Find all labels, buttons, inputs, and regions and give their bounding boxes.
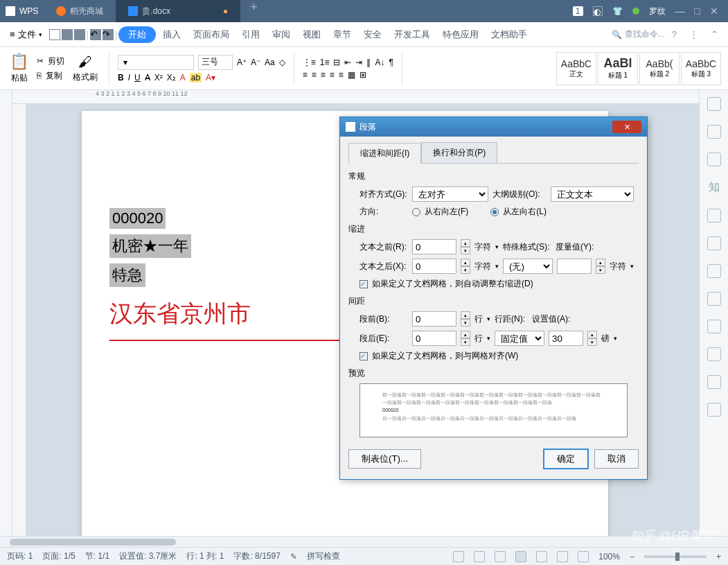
tab-devtools[interactable]: 开发工具	[389, 26, 436, 44]
panel-star-icon[interactable]	[707, 236, 721, 250]
horizontal-scrollbar[interactable]	[0, 536, 728, 547]
redo-icon[interactable]: ↷	[103, 29, 114, 40]
doc-line3[interactable]: 特急	[109, 263, 145, 287]
bold-button[interactable]: B	[118, 73, 124, 82]
style-gallery[interactable]: AaBbC正文 AaBl标题 1 AaBb(标题 2 AaBbC标题 3	[556, 52, 721, 85]
font-size-combo[interactable]: 三号	[198, 55, 233, 70]
menu-button[interactable]: ≡文件▾	[4, 26, 48, 44]
rtl-radio[interactable]	[412, 208, 420, 216]
collapse-ribbon-icon[interactable]: ⌃	[705, 29, 724, 40]
align-justify-icon[interactable]: ≡	[330, 70, 335, 80]
panel-share-icon[interactable]	[707, 264, 721, 278]
change-case-icon[interactable]: Aa	[265, 58, 275, 67]
panel-clipboard-icon[interactable]	[707, 292, 721, 306]
style-normal[interactable]: AaBbC正文	[556, 52, 596, 85]
theme-icon[interactable]: ◐	[593, 6, 603, 16]
highlight-button[interactable]: ab	[190, 73, 202, 82]
shading-icon[interactable]: ▦	[348, 70, 355, 80]
before-text-input[interactable]	[412, 239, 456, 254]
status-setvalue[interactable]: 设置值: 3.7厘米	[119, 550, 177, 562]
status-rowcol[interactable]: 行: 1 列: 1	[186, 550, 224, 562]
cancel-button[interactable]: 取消	[594, 449, 639, 469]
dialog-close-button[interactable]: ✕	[612, 121, 641, 133]
setvalue-input[interactable]	[549, 331, 583, 346]
panel-pencil-icon[interactable]	[707, 125, 721, 139]
ok-button[interactable]: 确定	[543, 449, 589, 469]
panel-history-icon[interactable]	[707, 375, 721, 389]
doc-line2[interactable]: 机密★一年	[109, 234, 191, 258]
superscript-button[interactable]: X²	[154, 73, 163, 82]
preview-icon[interactable]	[74, 29, 85, 40]
view-print-icon[interactable]	[474, 551, 485, 562]
cut-icon[interactable]: ✂	[37, 56, 44, 66]
clear-format-icon[interactable]: ◇	[279, 58, 285, 67]
panel-more-icon[interactable]	[707, 403, 721, 417]
style-h2[interactable]: AaBb(标题 2	[639, 52, 680, 85]
panel-select-icon[interactable]	[707, 97, 721, 111]
tab-special[interactable]: 特色应用	[437, 26, 484, 44]
tab-view[interactable]: 视图	[297, 26, 326, 44]
style-h3[interactable]: AaBbC标题 3	[681, 52, 721, 85]
font-color2-button[interactable]: A▾	[206, 73, 215, 82]
bullets-icon[interactable]: ⋮≡	[303, 58, 316, 67]
grid-indent-checkbox[interactable]	[359, 280, 368, 288]
tabstops-button[interactable]: 制表位(T)...	[348, 449, 421, 469]
borders-icon[interactable]: ⊞	[359, 70, 366, 80]
paste-icon[interactable]: 📋	[10, 53, 28, 71]
multilevel-icon[interactable]: ⊟	[333, 58, 340, 67]
view-layout-icon[interactable]	[578, 551, 589, 562]
doc-line1[interactable]: 000020	[109, 208, 166, 229]
help-icon[interactable]: ?	[666, 29, 682, 40]
tab-references[interactable]: 引用	[236, 26, 265, 44]
subscript-button[interactable]: X₂	[167, 73, 176, 82]
ltr-radio[interactable]	[490, 208, 499, 216]
underline-button[interactable]: U	[134, 73, 141, 82]
panel-cursor-icon[interactable]	[707, 153, 721, 166]
view-outline-icon[interactable]	[495, 551, 506, 562]
panel-cloud-icon[interactable]	[707, 347, 721, 361]
font-family-combo[interactable]: ▾	[118, 55, 194, 70]
skin-icon[interactable]: 👕	[612, 6, 623, 16]
spin-up[interactable]: ▴	[461, 239, 470, 247]
distribute-icon[interactable]: ≡	[339, 70, 344, 80]
zoom-in-button[interactable]: +	[716, 552, 721, 562]
user-name[interactable]: 罗纹	[649, 6, 666, 17]
align-left-icon[interactable]: ≡	[303, 70, 308, 80]
indent-right-icon[interactable]: ⇥	[355, 58, 362, 67]
after-para-input[interactable]	[412, 331, 456, 346]
tab-dochelper[interactable]: 文档助手	[486, 26, 533, 44]
print-icon[interactable]	[62, 29, 73, 40]
close-button[interactable]: ✕	[710, 6, 718, 17]
align-right-icon[interactable]: ≡	[321, 70, 326, 80]
panel-hash-icon[interactable]	[707, 320, 721, 333]
view-draft-icon[interactable]	[557, 551, 568, 562]
maximize-button[interactable]: □	[695, 6, 700, 17]
tab-security[interactable]: 安全	[358, 26, 387, 44]
font-color-button[interactable]: A	[180, 73, 186, 82]
linespace-icon[interactable]: ‖	[366, 58, 371, 67]
view-web-icon[interactable]	[536, 551, 547, 562]
minimize-button[interactable]: —	[675, 6, 685, 17]
align-select[interactable]: 左对齐	[412, 186, 488, 202]
save-icon[interactable]	[49, 29, 60, 40]
linespace-select[interactable]: 固定值	[495, 331, 544, 346]
tab-start[interactable]: 开始	[118, 26, 156, 43]
sort-icon[interactable]: A↓	[375, 58, 384, 67]
undo-icon[interactable]: ↶	[90, 29, 101, 40]
command-search[interactable]: 🔍 查找命令...	[612, 28, 665, 40]
zoom-slider[interactable]	[644, 555, 707, 558]
numbering-icon[interactable]: 1≡	[320, 58, 330, 67]
grow-font-icon[interactable]: A⁺	[237, 58, 247, 67]
view-fullscreen-icon[interactable]	[453, 551, 464, 562]
panel-image-icon[interactable]	[707, 209, 721, 223]
zoom-out-button[interactable]: −	[630, 552, 634, 562]
tab-insert[interactable]: 插入	[157, 26, 186, 44]
more-icon[interactable]: ⋮	[684, 29, 704, 40]
shrink-font-icon[interactable]: A⁻	[251, 58, 260, 67]
indent-left-icon[interactable]: ⇤	[344, 58, 351, 67]
view-read-icon[interactable]	[515, 551, 526, 562]
new-tab-button[interactable]: +	[240, 0, 267, 22]
horizontal-ruler[interactable]: 4 3 2 1 1 2 3 4 5 6 7 8 9 10 11 12	[12, 90, 699, 104]
outline-select[interactable]: 正文文本	[551, 186, 634, 202]
style-h1[interactable]: AaBl标题 1	[598, 52, 638, 85]
